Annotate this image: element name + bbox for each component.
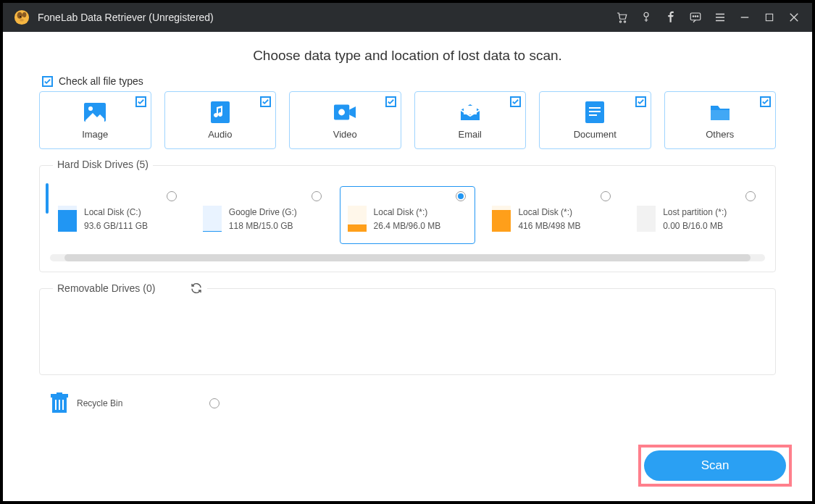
svg-rect-23 [711, 110, 730, 120]
drive-usage: 26.4 MB/96.0 MB [374, 219, 441, 233]
svg-rect-21 [589, 111, 601, 112]
svg-point-14 [88, 106, 93, 111]
type-label: Email [458, 129, 482, 140]
drive-name: Google Drive (G:) [229, 206, 297, 219]
file-type-row: Image Audio Video Email Document Others [39, 91, 776, 149]
drive-item[interactable]: Google Drive (G:) 118 MB/15.0 GB [195, 186, 331, 244]
svg-rect-29 [62, 400, 64, 410]
hard-disk-title: Hard Disk Drives (5) [53, 159, 153, 170]
image-icon [84, 101, 106, 123]
type-label: Audio [208, 129, 232, 140]
drive-usage: 93.6 GB/111 GB [84, 219, 148, 233]
drive-radio[interactable] [312, 191, 322, 201]
usage-bar [58, 206, 77, 232]
refresh-icon[interactable] [190, 282, 203, 295]
drive-item[interactable]: Local Disk (C:) 93.6 GB/111 GB [50, 186, 186, 244]
svg-point-10 [695, 16, 696, 17]
type-label: Image [82, 129, 108, 140]
recycle-bin-icon [49, 392, 70, 414]
type-label: Document [574, 129, 617, 140]
usage-bar [203, 206, 222, 232]
svg-rect-18 [464, 106, 477, 114]
svg-rect-20 [589, 107, 601, 109]
drive-list: Local Disk (C:) 93.6 GB/111 GB Google Dr… [50, 186, 765, 244]
recycle-bin-item[interactable]: Recycle Bin [49, 392, 122, 414]
svg-point-2 [22, 12, 26, 17]
removable-section: Removable Drives (0) [39, 288, 776, 375]
menu-icon[interactable] [708, 3, 732, 32]
check-all-label: Check all file types [59, 75, 143, 87]
key-icon[interactable] [634, 3, 659, 32]
recycle-bin-row: Recycle Bin [39, 392, 776, 414]
drive-name: Lost partition (*:) [663, 206, 727, 219]
svg-rect-12 [766, 14, 772, 20]
close-button[interactable] [782, 3, 806, 32]
svg-point-17 [338, 109, 345, 115]
email-icon [459, 101, 481, 123]
page-headline: Choose data type and location of lost da… [39, 48, 776, 64]
type-checkbox[interactable] [635, 96, 646, 107]
type-checkbox[interactable] [260, 96, 271, 107]
type-card-audio[interactable]: Audio [164, 91, 277, 149]
usage-bar [492, 206, 511, 232]
main-content: Choose data type and location of lost da… [3, 32, 812, 501]
svg-point-5 [619, 21, 621, 22]
horizontal-scrollbar[interactable] [50, 254, 765, 261]
type-label: Others [706, 129, 734, 140]
drive-name: Local Disk (C:) [84, 206, 148, 219]
removable-title: Removable Drives (0) [57, 282, 155, 294]
svg-point-7 [644, 12, 648, 17]
document-icon [584, 101, 606, 123]
svg-point-4 [20, 19, 24, 22]
type-card-image[interactable]: Image [39, 91, 151, 149]
drive-item[interactable]: Lost partition (*:) 0.00 B/16.0 MB [629, 186, 765, 244]
svg-rect-27 [55, 400, 57, 410]
feedback-icon[interactable] [683, 3, 708, 32]
type-card-others[interactable]: Others [664, 91, 777, 149]
scroll-indicator [46, 183, 49, 214]
drive-usage: 416 MB/498 MB [518, 219, 580, 233]
recycle-bin-radio[interactable] [209, 398, 220, 408]
usage-bar [637, 206, 656, 232]
drive-item[interactable]: Local Disk (*:) 416 MB/498 MB [484, 186, 620, 244]
type-card-document[interactable]: Document [539, 91, 651, 149]
type-checkbox[interactable] [135, 96, 146, 107]
usage-bar [348, 206, 367, 232]
scan-button[interactable]: Scan [644, 450, 786, 481]
type-checkbox[interactable] [385, 96, 396, 107]
drive-usage: 118 MB/15.0 GB [229, 219, 297, 233]
type-checkbox[interactable] [510, 96, 521, 107]
type-card-video[interactable]: Video [289, 91, 401, 149]
facebook-icon[interactable] [659, 3, 683, 32]
type-card-email[interactable]: Email [414, 91, 527, 149]
drive-item[interactable]: Local Disk (*:) 26.4 MB/96.0 MB [340, 186, 476, 244]
check-all-row[interactable]: Check all file types [39, 75, 776, 87]
check-all-checkbox[interactable] [42, 76, 53, 87]
others-icon [709, 101, 731, 123]
video-icon [334, 101, 356, 123]
drive-radio[interactable] [167, 191, 177, 201]
cart-icon[interactable] [609, 3, 634, 32]
audio-icon [209, 101, 231, 123]
scan-highlight: Scan [638, 445, 792, 487]
drive-radio[interactable] [456, 191, 466, 201]
svg-point-6 [624, 21, 625, 22]
type-checkbox[interactable] [760, 96, 771, 107]
app-title: FoneLab Data Retriever (Unregistered) [38, 12, 214, 23]
drive-radio[interactable] [745, 191, 756, 201]
svg-rect-22 [589, 114, 597, 116]
drive-name: Local Disk (*:) [518, 206, 580, 219]
hard-disk-section: Hard Disk Drives (5) Local Disk (C:) 93.… [39, 165, 776, 272]
type-label: Video [333, 129, 357, 140]
titlebar: FoneLab Data Retriever (Unregistered) [3, 3, 812, 32]
drive-radio[interactable] [601, 191, 611, 201]
minimize-button[interactable] [732, 3, 757, 32]
app-logo-icon [13, 9, 30, 26]
svg-rect-26 [57, 392, 62, 395]
maximize-button[interactable] [757, 3, 782, 32]
svg-point-11 [697, 16, 698, 17]
recycle-bin-label: Recycle Bin [77, 398, 122, 408]
drive-usage: 0.00 B/16.0 MB [663, 219, 727, 233]
svg-rect-15 [211, 101, 230, 123]
svg-point-9 [693, 16, 694, 17]
